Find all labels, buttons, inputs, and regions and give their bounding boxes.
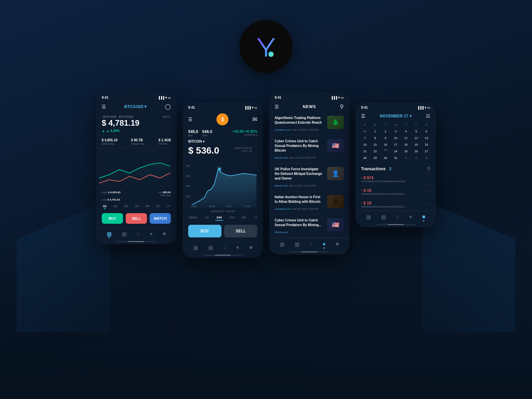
cal-cell-1[interactable]: 1 bbox=[370, 128, 380, 134]
news-item-4[interactable]: Italian Auction House is First to Allow … bbox=[269, 192, 349, 215]
bookmark-icon-4[interactable]: ☵ bbox=[426, 113, 430, 119]
price-area-1: BITCOIN BTC/USD $ 4,781.19 ▲ ▲ 2,39% GDA… bbox=[96, 112, 176, 134]
nav-globe-icon-1[interactable]: ● bbox=[150, 231, 153, 237]
news-item-3[interactable]: UK Police Force Investigate the Defunct … bbox=[269, 164, 349, 192]
time-1m[interactable]: 1M bbox=[123, 204, 129, 208]
cal-cell-21[interactable]: 21 bbox=[360, 148, 370, 154]
status-time-4: 9:41 bbox=[361, 106, 368, 109]
menu-icon-3[interactable]: ☰ bbox=[275, 104, 279, 109]
watch-button-1[interactable]: WATCH bbox=[150, 213, 171, 224]
nav-cal-icon-3[interactable]: ■ bbox=[335, 241, 339, 247]
cal-cell-2[interactable]: 2 bbox=[380, 128, 391, 134]
nav-home-icon-2[interactable]: ⌂ bbox=[223, 244, 226, 251]
cal-cell-26[interactable]: 26 bbox=[411, 148, 421, 154]
sell-button-1[interactable]: SELL bbox=[126, 213, 147, 224]
time-1w[interactable]: 1W bbox=[112, 204, 119, 208]
cal-cell-6[interactable]: 6 bbox=[421, 128, 432, 134]
cal-cell-13[interactable]: 13 bbox=[421, 135, 432, 141]
cal-cell-5[interactable]: 5 bbox=[411, 128, 421, 134]
cal-cell-17[interactable]: 17 bbox=[391, 142, 401, 148]
cal-cell-28[interactable]: 28 bbox=[360, 155, 370, 161]
tx-item-1[interactable]: - $ 974 mK3128xnjKJs2737989vq8H0PQcvf834… bbox=[356, 173, 436, 186]
ts2-1h[interactable]: 1H bbox=[203, 215, 210, 221]
nav-cal-icon-2[interactable]: ■ bbox=[249, 244, 252, 251]
menu-icon-2[interactable]: ☰ bbox=[188, 117, 193, 122]
cal-cell-25[interactable]: 25 bbox=[401, 148, 411, 154]
time-1d2[interactable]: 1D bbox=[155, 204, 161, 208]
news-item-2[interactable]: Cyber Crimes Unit to Catch Sexual Predat… bbox=[269, 136, 349, 164]
cal-cell-30a[interactable]: 30 bbox=[360, 128, 370, 134]
cal-cell-3[interactable]: 3 bbox=[391, 128, 401, 134]
nav-cal-icon-4[interactable]: ■ bbox=[422, 214, 425, 220]
cal-cell-1b[interactable]: 1 bbox=[401, 155, 411, 161]
action-buttons-2: BUY SELL bbox=[183, 222, 263, 241]
cal-cell-23-today[interactable]: 23 bbox=[380, 148, 391, 154]
cal-cell-11[interactable]: 11 bbox=[401, 135, 411, 141]
time-1d[interactable]: 1D bbox=[102, 204, 108, 208]
cal-cell-8[interactable]: 8 bbox=[370, 135, 380, 141]
cal-cell-10[interactable]: 10 bbox=[391, 135, 401, 141]
cal-cell-14[interactable]: 14 bbox=[360, 142, 370, 148]
tx-item-2[interactable]: - $ 19 23dmEa923940zLp2943ncxmJCB3940zLp… bbox=[356, 186, 436, 198]
nav-chart-icon-3[interactable]: ▩ bbox=[280, 241, 285, 247]
currency-arrow-1: ▾ bbox=[144, 104, 147, 109]
currency-label-1: BTC/USD bbox=[124, 104, 144, 109]
time-3m[interactable]: 3M bbox=[134, 204, 140, 208]
cal-cell-22[interactable]: 22 bbox=[370, 148, 380, 154]
nav-globe-icon-4[interactable]: ● bbox=[409, 214, 412, 220]
nav-tv-icon-3[interactable]: ▩ bbox=[295, 241, 300, 247]
ts2-3m[interactable]: 3M bbox=[240, 215, 247, 221]
cal-cell-12[interactable]: 12 bbox=[411, 135, 421, 141]
nav-chart-icon-1[interactable]: ▩ bbox=[107, 231, 112, 237]
cal-cell-30b[interactable]: 30 bbox=[380, 155, 391, 161]
nav-tv-icon-2[interactable]: ▩ bbox=[208, 244, 213, 251]
cal-cell-4[interactable]: 4 bbox=[401, 128, 411, 134]
search-icon-3[interactable]: ⚲ bbox=[340, 103, 344, 110]
nav-tv-icon-1[interactable]: ▩ bbox=[122, 231, 127, 237]
cal-cell-3b[interactable]: 3 bbox=[421, 155, 432, 161]
cal-cell-2b[interactable]: 2 bbox=[411, 155, 421, 161]
nav-chart-icon-4[interactable]: ▩ bbox=[366, 214, 371, 220]
currency-selector-1[interactable]: BTC/USD ▾ bbox=[124, 104, 147, 109]
calendar-month[interactable]: NOVEMBER 17 ▾ bbox=[380, 114, 412, 118]
ts2-1y[interactable]: 1Y bbox=[252, 215, 259, 221]
tx-item-3[interactable]: - $ 19 234mEa923940zLp2943ncxmJCB3940zLp… bbox=[356, 198, 436, 211]
nav-cal-icon-1[interactable]: ■ bbox=[163, 231, 166, 237]
nav-chart-icon-2[interactable]: ▩ bbox=[193, 244, 198, 251]
nav-home-icon-1[interactable]: ⌂ bbox=[136, 231, 140, 237]
news-item-1[interactable]: Algorithmic Trading Platform Quantconnec… bbox=[269, 112, 349, 136]
cal-cell-31[interactable]: 31 bbox=[391, 155, 401, 161]
cal-cell-27[interactable]: 27 bbox=[421, 148, 432, 154]
time-1y[interactable]: 1Y bbox=[165, 204, 171, 208]
cal-cell-16[interactable]: 16 bbox=[380, 142, 391, 148]
time-6m[interactable]: 6M bbox=[144, 204, 151, 208]
search-icon-4[interactable]: ⚲ bbox=[427, 166, 430, 171]
nav-globe-icon-3[interactable]: ● bbox=[323, 241, 326, 247]
cal-cell-15[interactable]: 15 bbox=[370, 142, 380, 148]
buy-button-1[interactable]: BUY bbox=[102, 213, 123, 224]
ts2-10min[interactable]: 10MIN bbox=[187, 215, 199, 221]
cal-cell-20[interactable]: 20 bbox=[421, 142, 432, 148]
nav-home-icon-4[interactable]: ⌂ bbox=[396, 214, 399, 220]
cal-cell-29[interactable]: 29 bbox=[370, 155, 380, 161]
wifi-icon-3: ▾ bbox=[338, 96, 340, 99]
bell-icon-2[interactable]: ✉ bbox=[252, 116, 257, 123]
profile-icon-1[interactable]: ◯ bbox=[165, 103, 171, 110]
menu-icon-1[interactable]: ☰ bbox=[102, 104, 106, 109]
menu-icon-4[interactable]: ☰ bbox=[361, 113, 365, 119]
cal-cell-24[interactable]: 24 bbox=[391, 148, 401, 154]
ts2-1m[interactable]: 1M bbox=[228, 215, 235, 221]
news-item-5[interactable]: Cyber Crimes Unit to Catch Sexual Predat… bbox=[269, 215, 349, 238]
cal-cell-9[interactable]: 9 bbox=[380, 135, 391, 141]
ts2-24h[interactable]: 24H bbox=[215, 215, 223, 221]
coin2-selector[interactable]: BITCOIN ▾ bbox=[183, 138, 263, 145]
nav-globe-icon-2[interactable]: ● bbox=[236, 244, 239, 251]
sell-button-2[interactable]: SELL bbox=[224, 225, 257, 237]
cal-cell-19[interactable]: 19 bbox=[411, 142, 421, 148]
buy-button-2[interactable]: BUY bbox=[188, 225, 221, 237]
nav-home-icon-3[interactable]: ⌂ bbox=[309, 241, 313, 247]
signal-icon-3: ▐▐▐ bbox=[331, 96, 337, 99]
nav-tv-icon-4[interactable]: ▩ bbox=[381, 214, 386, 220]
cal-cell-7[interactable]: 7 bbox=[360, 135, 370, 141]
cal-cell-18[interactable]: 18 bbox=[401, 142, 411, 148]
